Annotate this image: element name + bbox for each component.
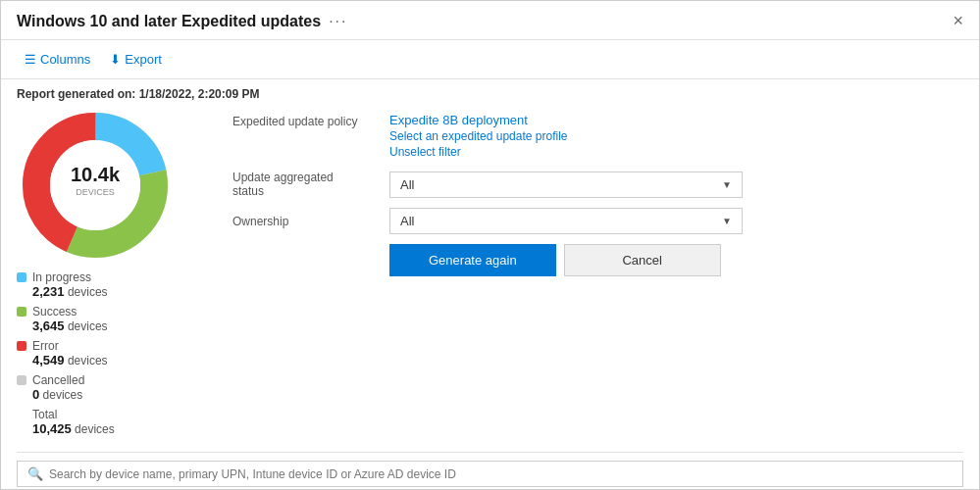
legend-success: Success 3,645 devices xyxy=(17,305,213,333)
legend-dot-in-progress xyxy=(17,272,26,282)
more-options-icon[interactable]: ··· xyxy=(329,13,347,30)
select-profile-link[interactable]: Select an expedited update profile xyxy=(389,129,567,143)
legend-label-error: Error 4,549 devices xyxy=(32,339,108,368)
export-button[interactable]: ⬇ Export xyxy=(102,48,170,71)
policy-value: Expedite 8B deployment xyxy=(389,113,567,127)
legend-dot-success xyxy=(17,307,26,317)
legend-dot-cancelled xyxy=(17,375,26,385)
legend-dot-error xyxy=(17,341,26,351)
legend-total: Total 10,425 devices xyxy=(17,408,213,436)
legend-area: In progress 2,231 devices Success 3,645 … xyxy=(17,270,213,436)
filter-update-aggregated-label: Update aggregatedstatus xyxy=(232,171,389,198)
chevron-down-icon: ▼ xyxy=(722,179,732,190)
legend-label-cancelled: Cancelled 0 devices xyxy=(32,373,84,402)
export-icon: ⬇ xyxy=(110,52,121,67)
donut-hole xyxy=(50,140,140,230)
columns-button[interactable]: ☰ Columns xyxy=(17,48,98,71)
unselect-filter-link[interactable]: Unselect filter xyxy=(389,145,567,159)
search-input[interactable] xyxy=(49,467,953,481)
legend-error: Error 4,549 devices xyxy=(17,339,213,368)
filter-ownership-value: All xyxy=(400,214,722,228)
report-generated: Report generated on: 1/18/2022, 2:20:09 … xyxy=(17,79,963,107)
search-bar: 🔍 xyxy=(17,461,963,487)
filter-ownership-row: Ownership All ▼ xyxy=(232,208,963,234)
legend-in-progress: In progress 2,231 devices xyxy=(17,270,213,299)
filter-update-aggregated-value: All xyxy=(400,177,722,192)
main-content: Report generated on: 1/18/2022, 2:20:09 … xyxy=(1,79,979,490)
policy-links: Expedite 8B deployment Select an expedit… xyxy=(389,113,567,159)
legend-label-in-progress: In progress 2,231 devices xyxy=(32,270,108,299)
chart-area: 10.4k DEVICES In progress 2,231 devices xyxy=(17,107,213,442)
action-buttons: Generate again Cancel xyxy=(389,244,963,276)
columns-icon: ☰ xyxy=(25,52,36,67)
chevron-down-icon-2: ▼ xyxy=(722,216,732,226)
cancel-button[interactable]: Cancel xyxy=(564,244,721,276)
chart-center-value: 10.4k xyxy=(71,164,121,185)
filter-ownership-label: Ownership xyxy=(232,215,389,228)
close-button[interactable]: × xyxy=(953,11,963,31)
donut-chart: 10.4k DEVICES xyxy=(17,107,174,264)
toolbar: ☰ Columns ⬇ Export xyxy=(1,40,979,79)
policy-label: Expedited update policy xyxy=(232,113,389,128)
legend-label-success: Success 3,645 devices xyxy=(32,305,108,333)
title-bar: Windows 10 and later Expedited updates ·… xyxy=(1,1,979,40)
right-panel: Expedited update policy Expedite 8B depl… xyxy=(232,107,963,442)
policy-row: Expedited update policy Expedite 8B depl… xyxy=(232,113,963,159)
generate-button[interactable]: Generate again xyxy=(389,244,556,276)
upper-section: 10.4k DEVICES In progress 2,231 devices xyxy=(17,107,963,452)
filter-update-aggregated-select[interactable]: All ▼ xyxy=(389,172,743,198)
search-icon: 🔍 xyxy=(27,466,43,481)
filter-ownership-select[interactable]: All ▼ xyxy=(389,208,743,234)
columns-label: Columns xyxy=(40,52,90,67)
legend-label-total: Total 10,425 devices xyxy=(32,408,115,436)
chart-center-label: DEVICES xyxy=(76,187,115,197)
legend-cancelled: Cancelled 0 devices xyxy=(17,373,213,402)
window-title: Windows 10 and later Expedited updates xyxy=(17,13,321,30)
filter-update-aggregated-row: Update aggregatedstatus All ▼ xyxy=(232,171,963,198)
export-label: Export xyxy=(125,52,162,67)
legend-dot-total xyxy=(17,410,26,419)
search-section: 🔍 xyxy=(17,452,963,490)
